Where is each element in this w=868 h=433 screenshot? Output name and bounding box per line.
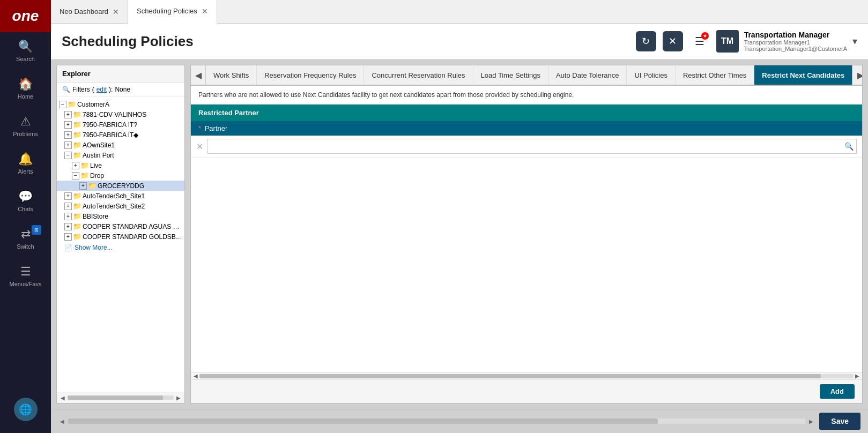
close-button[interactable]: ✕ xyxy=(663,31,683,51)
expand-austin-port[interactable]: − xyxy=(64,152,72,159)
search-icon: 🔍 xyxy=(18,40,33,54)
tree-item-customerA[interactable]: − 📁 CustomerA xyxy=(57,99,184,109)
tab-neo-dashboard[interactable]: Neo Dashboard ✕ xyxy=(51,0,128,24)
show-more-label: Show More... xyxy=(75,244,113,251)
description-text: Partners who are not allowed to use Next… xyxy=(191,86,862,104)
right-panel: ◀ Work Shifts Reservation Frequency Rule… xyxy=(190,65,863,404)
user-email: Transportation_Manager1@CustomerA xyxy=(744,46,847,52)
sidebar-item-globe[interactable]: 🌐 xyxy=(0,390,51,429)
partner-search-button[interactable]: 🔍 xyxy=(841,139,856,153)
bottom-scroll-right[interactable]: ▶ xyxy=(807,417,815,425)
table-hscroll[interactable] xyxy=(199,374,854,378)
tab-scheduling-policies-close[interactable]: ✕ xyxy=(202,8,208,15)
tree-item-drop[interactable]: − 📁 Drop xyxy=(57,170,184,181)
tab-scheduling-policies[interactable]: Scheduling Policies ✕ xyxy=(128,0,217,24)
tab-content-restrict-next: Partners who are not allowed to use Next… xyxy=(191,86,862,403)
tab-auto-date[interactable]: Auto Date Tolerance xyxy=(548,65,627,85)
expand-7950-1[interactable]: + xyxy=(64,121,72,129)
sidebar-item-problems[interactable]: ⚠ Problems xyxy=(0,107,51,145)
tree-item-bbistore[interactable]: + 📁 BBIStore xyxy=(57,211,184,221)
panel-tabs-right-arrow[interactable]: ▶ xyxy=(852,65,862,85)
tab-bar: Neo Dashboard ✕ Scheduling Policies ✕ xyxy=(51,0,868,24)
bottom-scroll-left[interactable]: ◀ xyxy=(58,417,66,425)
tree-label-7881: 7881-CDV VALINHOS xyxy=(83,111,146,118)
sidebar-item-alerts[interactable]: 🔔 Alerts xyxy=(0,145,51,182)
tab-restrict-next-label: Restrict Next Candidates xyxy=(762,71,844,79)
table-scroll-right[interactable]: ▶ xyxy=(854,372,861,380)
sidebar-item-menus[interactable]: ☰ Menus/Favs xyxy=(0,257,51,295)
sidebar-item-search[interactable]: 🔍 Search xyxy=(0,32,51,70)
sidebar: one 🔍 Search 🏠 Home ⚠ Problems 🔔 Alerts … xyxy=(0,0,51,433)
explorer-title: Explorer xyxy=(62,70,91,78)
partner-input[interactable] xyxy=(208,140,841,153)
tab-concurrent-res[interactable]: Concurrent Reservation Rules xyxy=(364,65,473,85)
folder-icon-7950-1: 📁 xyxy=(73,121,81,129)
expand-drop[interactable]: − xyxy=(72,172,79,180)
expand-aownsite1[interactable]: + xyxy=(64,141,72,149)
expand-groceryddg[interactable]: + xyxy=(79,182,87,190)
tree-item-autotender2[interactable]: + 📁 AutoTenderSch_Site2 xyxy=(57,201,184,211)
expand-cooper1[interactable]: + xyxy=(64,223,72,230)
panel-tabs-left-arrow[interactable]: ◀ xyxy=(191,65,206,85)
sidebar-item-chats[interactable]: 💬 Chats xyxy=(0,182,51,220)
tab-work-shifts[interactable]: Work Shifts xyxy=(206,65,257,85)
table-body: ✕ 🔍 xyxy=(191,136,862,372)
page-header: Scheduling Policies ↻ ✕ ☰ ★ TM Transport… xyxy=(51,24,868,59)
tab-load-time[interactable]: Load Time Settings xyxy=(473,65,548,85)
expand-customerA[interactable]: − xyxy=(59,101,66,108)
tree-item-7881[interactable]: + 📁 7881-CDV VALINHOS xyxy=(57,109,184,120)
tree-item-autotender1[interactable]: + 📁 AutoTenderSch_Site1 xyxy=(57,191,184,201)
expand-bbistore[interactable]: + xyxy=(64,213,72,220)
tree-item-7950-1[interactable]: + 📁 7950-FABRICA IT? xyxy=(57,120,184,130)
tree-label-aownsite1: AOwnSite1 xyxy=(83,141,115,149)
tree-item-cooper1[interactable]: + 📁 COOPER STANDARD AGUAS SEALING (… xyxy=(57,221,184,232)
tree-item-aownsite1[interactable]: + 📁 AOwnSite1 xyxy=(57,140,184,150)
tab-neo-dashboard-close[interactable]: ✕ xyxy=(113,8,119,16)
explorer-scrollbar[interactable] xyxy=(68,395,174,400)
user-dropdown-arrow[interactable]: ▾ xyxy=(852,35,857,47)
sidebar-item-switch[interactable]: ⇄ ⊞ Switch xyxy=(0,220,51,257)
delete-row-icon[interactable]: ✕ xyxy=(196,141,203,152)
tree-item-groceryddg[interactable]: + 📁 GROCERYDDG xyxy=(57,181,184,191)
expand-autotender1[interactable]: + xyxy=(64,192,72,200)
bottom-scrollbar[interactable] xyxy=(68,419,805,424)
scroll-right-arrow[interactable]: ▶ xyxy=(175,394,182,401)
expand-7950-2[interactable]: + xyxy=(64,131,72,139)
tree-label-7950-1: 7950-FABRICA IT? xyxy=(83,121,137,129)
tab-reservation-freq[interactable]: Reservation Frequency Rules xyxy=(257,65,364,85)
tab-concurrent-res-label: Concurrent Reservation Rules xyxy=(372,71,465,79)
tab-restrict-other[interactable]: Restrict Other Times xyxy=(676,65,754,85)
app-logo[interactable]: one xyxy=(0,0,51,32)
tree-item-7950-2[interactable]: + 📁 7950-FABRICA IT◆ xyxy=(57,130,184,140)
save-button[interactable]: Save xyxy=(819,413,860,430)
add-button[interactable]: Add xyxy=(820,384,855,399)
panel-tabs: ◀ Work Shifts Reservation Frequency Rule… xyxy=(191,65,862,86)
explorer-panel: Explorer 🔍 Filters (edit): None − 📁 Cust… xyxy=(56,65,185,404)
menu-button[interactable]: ☰ ★ xyxy=(689,31,710,51)
table-scroll-left[interactable]: ◀ xyxy=(192,372,199,380)
logo-text: one xyxy=(12,8,39,25)
folder-icon-drop: 📁 xyxy=(80,171,89,180)
sidebar-label-switch: Switch xyxy=(17,243,34,250)
scroll-left-arrow[interactable]: ◀ xyxy=(59,394,66,401)
expand-autotender2[interactable]: + xyxy=(64,203,72,210)
folder-icon-live: 📁 xyxy=(80,161,89,169)
expand-7881[interactable]: + xyxy=(64,111,72,118)
sidebar-item-home[interactable]: 🏠 Home xyxy=(0,70,51,107)
tab-restrict-next[interactable]: Restrict Next Candidates xyxy=(754,65,852,85)
tree-item-cooper2[interactable]: + 📁 COOPER STANDARD GOLDSBORO xyxy=(57,232,184,242)
tab-auto-date-label: Auto Date Tolerance xyxy=(556,71,619,79)
tab-neo-dashboard-label: Neo Dashboard xyxy=(60,8,108,16)
tree-item-live[interactable]: + 📁 Live xyxy=(57,160,184,170)
tab-ui-policies-label: UI Policies xyxy=(634,71,667,79)
tree-item-austin-port[interactable]: − 📁 Austin Port xyxy=(57,150,184,160)
tab-ui-policies[interactable]: UI Policies xyxy=(627,65,675,85)
show-more-link[interactable]: 📄 Show More... xyxy=(57,242,184,253)
table-header: Restricted Partner xyxy=(191,104,862,121)
filter-edit-link[interactable]: edit xyxy=(97,86,107,93)
sidebar-label-problems: Problems xyxy=(13,131,38,137)
refresh-button[interactable]: ↻ xyxy=(636,31,656,51)
page-icon: 📄 xyxy=(64,244,72,251)
expand-live[interactable]: + xyxy=(72,162,79,169)
expand-cooper2[interactable]: + xyxy=(64,233,72,241)
